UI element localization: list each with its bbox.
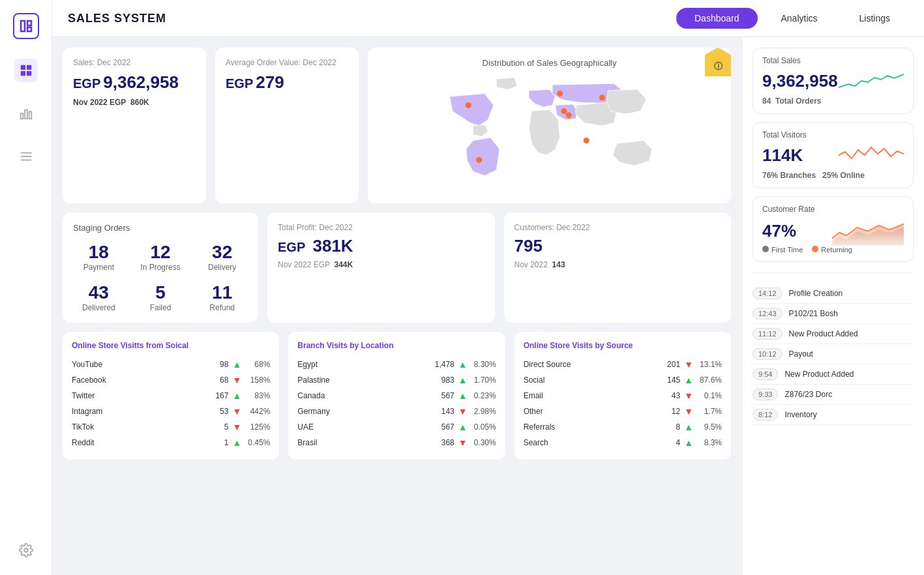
- svg-point-17: [584, 138, 589, 143]
- header: SALES SYSTEM Dashboard Analytics Listing…: [52, 0, 924, 37]
- svg-point-16: [476, 157, 482, 163]
- activity-item-0: 14:12 Profile Creation: [753, 284, 914, 304]
- customer-rate-legend: First Time Returning: [762, 246, 904, 254]
- staging-failed: 5 Failed: [135, 282, 186, 312]
- nav-listings[interactable]: Listings: [841, 8, 908, 29]
- sidebar: [0, 0, 52, 575]
- activity-time: 14:12: [753, 288, 782, 299]
- bottom-row: Online Store Visitts from Soical YouTube…: [63, 332, 731, 460]
- activity-item-6: 8:12 Inventory: [753, 405, 914, 425]
- svg-rect-2: [20, 71, 25, 76]
- total-visitors-chart: [839, 142, 904, 168]
- table-row: Search4▲8.3%: [524, 435, 722, 450]
- staging-refund: 11 Refund: [196, 282, 248, 312]
- avg-order-label: Average Order Value: Dec 2022: [226, 58, 348, 67]
- source-visits-card: Online Store Visits by Source Direct Sou…: [514, 332, 731, 460]
- total-sales-orders: 84 Total Orders: [762, 96, 904, 106]
- social-visits-card: Online Store Visitts from Soical YouTube…: [63, 332, 279, 460]
- sales-sub: Nov 2022 EGP 860K: [73, 98, 196, 107]
- activity-time: 8:12: [753, 409, 778, 420]
- sales-currency: EGP: [73, 76, 100, 91]
- sidebar-item-menu[interactable]: [14, 145, 38, 168]
- svg-point-15: [599, 95, 605, 100]
- profit-label: Total Profit: Dec 2022: [278, 223, 484, 232]
- branch-visits-card: Branch Visits by Location Egypt1,478▲8.3…: [288, 332, 505, 460]
- social-visits-title: Online Store Visitts from Soical: [72, 341, 270, 350]
- total-sales-value: 9,362,958: [762, 71, 838, 91]
- nav-analytics[interactable]: Analytics: [763, 8, 836, 29]
- table-row: Canada567▲0.23%: [297, 388, 496, 404]
- staging-payment: 18 Payment: [73, 242, 125, 272]
- table-row: Email43▼0.1%: [524, 388, 722, 404]
- returning-dot: [812, 246, 818, 252]
- total-visitors-sub: 76% Branches 25% Online: [762, 171, 904, 180]
- sales-value: EGP9,362,958: [73, 72, 196, 93]
- svg-point-11: [466, 102, 471, 108]
- activity-label: Z876/23 Dorc: [784, 390, 832, 399]
- staging-delivery: 32 Delivery: [196, 242, 248, 272]
- map-card: ⓘ Distribution of Sales Geographically: [368, 48, 731, 203]
- table-row: YouTube98▲68%: [72, 357, 270, 372]
- customer-rate-chart: [832, 216, 904, 246]
- table-row: Social145▲87.6%: [524, 372, 722, 388]
- table-row: Other12▼1.7%: [524, 404, 722, 419]
- activity-label: Payout: [789, 349, 813, 359]
- avg-order-card: Average Order Value: Dec 2022 EGP279: [215, 48, 359, 203]
- svg-point-10: [24, 548, 28, 552]
- nav-bar: Dashboard Analytics Listings: [676, 8, 908, 29]
- total-sales-metric: Total Sales 9,362,958 84 Total Orders: [753, 48, 914, 114]
- avg-order-value: EGP279: [226, 72, 348, 93]
- activity-item-5: 9:33 Z876/23 Dorc: [753, 385, 914, 405]
- table-row: Egypt1,478▲8.30%: [297, 357, 496, 372]
- activity-label: New Product Added: [789, 329, 858, 338]
- svg-rect-3: [26, 71, 31, 76]
- content-area: Sales: Dec 2022 EGP9,362,958 Nov 2022 EG…: [52, 37, 924, 575]
- profit-value: EGP 381K: [278, 236, 484, 256]
- customers-card: Customers: Dec 2022 795 Nov 2022 143: [504, 213, 732, 323]
- activity-label: P102/21 Bosh: [789, 309, 838, 318]
- middle-row: Staging Orders 18 Payment 12 In Progress…: [63, 213, 731, 323]
- sales-card: Sales: Dec 2022 EGP9,362,958 Nov 2022 EG…: [63, 48, 206, 203]
- app-logo[interactable]: [13, 13, 39, 39]
- top-row: Sales: Dec 2022 EGP9,362,958 Nov 2022 EG…: [63, 48, 731, 203]
- table-row: Direct Source201▼13.1%: [524, 357, 722, 372]
- activity-label: Profile Creation: [789, 289, 843, 298]
- staging-title: Staging Orders: [73, 223, 248, 233]
- profit-sub: Nov 2022 EGP 344K: [278, 260, 484, 269]
- sidebar-item-dashboard[interactable]: [14, 59, 38, 82]
- svg-rect-0: [20, 65, 25, 70]
- left-panel: Sales: Dec 2022 EGP9,362,958 Nov 2022 EG…: [52, 37, 741, 575]
- activity-time: 9:33: [753, 389, 778, 400]
- total-sales-chart: [839, 68, 904, 94]
- profit-card: Total Profit: Dec 2022 EGP 381K Nov 2022…: [267, 213, 495, 323]
- svg-point-13: [561, 108, 567, 114]
- svg-point-12: [557, 91, 563, 96]
- sidebar-item-settings[interactable]: [14, 538, 38, 562]
- svg-rect-6: [29, 111, 31, 119]
- social-visits-rows: YouTube98▲68% Facebook68▼158% Twitter167…: [72, 357, 270, 450]
- total-visitors-value: 114K: [762, 145, 803, 166]
- customers-sub: Nov 2022 143: [514, 260, 721, 269]
- sidebar-item-chart[interactable]: [14, 102, 38, 125]
- svg-rect-4: [20, 113, 23, 119]
- sales-label: Sales: Dec 2022: [73, 58, 196, 67]
- activity-list: 14:12 Profile Creation 12:43 P102/21 Bos…: [753, 284, 914, 565]
- table-row: Referrals8▲9.5%: [524, 419, 722, 435]
- activity-time: 11:12: [753, 328, 782, 340]
- table-row: Brasil368▼0.30%: [297, 435, 496, 450]
- table-row: Germany143▼2.98%: [297, 404, 496, 419]
- activity-item-3: 10:12 Payout: [753, 344, 914, 364]
- table-row: TikTok5▼125%: [72, 419, 270, 435]
- activity-time: 12:43: [753, 308, 782, 319]
- app-title: SALES SYSTEM: [68, 12, 166, 25]
- table-row: UAE567▲0.05%: [297, 419, 496, 435]
- nav-dashboard[interactable]: Dashboard: [676, 8, 758, 29]
- first-time-dot: [762, 246, 769, 252]
- main-content: SALES SYSTEM Dashboard Analytics Listing…: [52, 0, 924, 575]
- world-map: [378, 73, 721, 190]
- activity-item-1: 12:43 P102/21 Bosh: [753, 304, 914, 324]
- table-row: Facebook68▼158%: [72, 372, 270, 388]
- source-visits-rows: Direct Source201▼13.1% Social145▲87.6% E…: [524, 357, 722, 450]
- table-row: Intagram53▼442%: [72, 404, 270, 419]
- table-row: Twitter167▲83%: [72, 388, 270, 404]
